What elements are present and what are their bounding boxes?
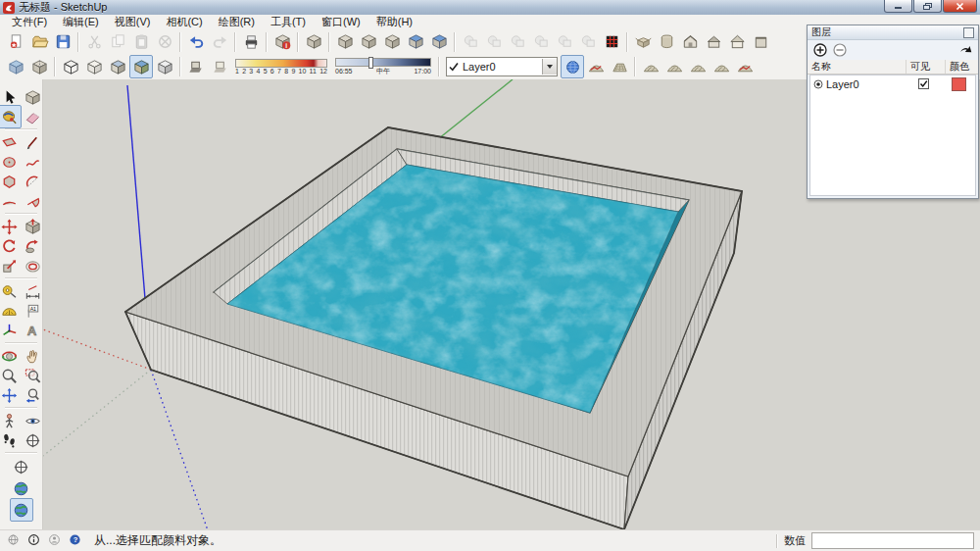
walk-button[interactable] (0, 428, 22, 452)
layer-color-swatch[interactable] (952, 77, 966, 91)
pie-button[interactable] (22, 189, 45, 213)
unlock-button[interactable] (427, 30, 451, 54)
credits-info-icon[interactable] (26, 532, 41, 550)
view-back-button[interactable] (749, 30, 772, 54)
zoom-previous-button[interactable] (22, 383, 45, 407)
menu-item-0[interactable]: 文件(F) (4, 15, 55, 29)
make-group-button[interactable] (357, 30, 380, 54)
trim-button[interactable] (553, 30, 576, 54)
model-info-button[interactable]: i (270, 30, 294, 54)
menu-item-1[interactable]: 编辑(E) (55, 15, 107, 29)
layer-select[interactable]: Layer0 (446, 57, 558, 76)
close-button[interactable] (943, 0, 977, 13)
date-gradient-bar[interactable] (235, 59, 327, 68)
time-gradient-bar[interactable] (335, 58, 431, 67)
save-button[interactable] (51, 30, 74, 54)
minimize-button[interactable] (884, 0, 912, 13)
shaded-button[interactable] (106, 55, 129, 78)
layer-row[interactable]: Layer0 (810, 75, 975, 92)
xray-button[interactable] (4, 55, 27, 78)
sign-in-user-icon[interactable] (47, 532, 62, 550)
photo-match-globe-button[interactable] (10, 498, 33, 522)
print-button[interactable] (239, 30, 263, 54)
view-top-button[interactable] (702, 30, 725, 54)
paste-button[interactable] (129, 30, 153, 54)
paint-bucket-button[interactable] (0, 105, 22, 128)
union-button[interactable] (506, 30, 529, 54)
smoove-button[interactable] (639, 55, 662, 78)
shadow-toggle-button[interactable] (208, 55, 231, 78)
open-button[interactable] (27, 30, 51, 54)
wireframe-button[interactable] (59, 55, 82, 78)
offset-button[interactable] (22, 254, 45, 277)
menu-item-3[interactable]: 相机(C) (158, 15, 210, 29)
view-front-button[interactable] (725, 30, 749, 54)
menu-item-7[interactable]: 帮助(H) (368, 15, 420, 29)
axes-button[interactable] (0, 319, 22, 342)
monochrome-button[interactable] (153, 55, 176, 78)
sandbox-from-scratch-button[interactable] (608, 55, 631, 78)
erase-button[interactable] (153, 30, 176, 54)
help-icon[interactable]: ? (68, 532, 82, 550)
navigation-wheel-button[interactable] (10, 455, 33, 478)
camera-turn-button[interactable] (22, 428, 45, 452)
zoom-extents-button[interactable] (0, 383, 22, 407)
replace-texture-button[interactable] (600, 30, 623, 54)
layer-manager-button[interactable] (561, 55, 584, 78)
layer-select-dropdown-button[interactable] (542, 59, 557, 75)
stamp-button[interactable] (662, 55, 686, 78)
restore-button[interactable] (913, 0, 942, 13)
status-hint: 从...选择匹配颜料对象。 (94, 532, 221, 549)
subtract-button[interactable] (529, 30, 553, 54)
make-component-button[interactable] (333, 30, 357, 54)
3d-text-button[interactable]: A (22, 319, 45, 342)
menu-item-6[interactable]: 窗口(W) (314, 15, 368, 29)
add-layer-button[interactable] (813, 43, 827, 57)
add-detail-button[interactable] (710, 55, 733, 78)
current-layer-radio[interactable] (813, 79, 823, 89)
details-menu-button[interactable] (958, 43, 972, 57)
toolbar-separator (626, 32, 628, 52)
remove-layer-button[interactable] (833, 43, 847, 57)
measurement-input[interactable] (811, 532, 974, 549)
time-slider-handle[interactable] (368, 57, 373, 69)
view-iso-button[interactable] (678, 30, 702, 54)
new-button[interactable] (4, 30, 27, 54)
copy-button[interactable] (106, 30, 129, 54)
explode-button[interactable] (380, 30, 404, 54)
cut-button[interactable] (82, 30, 106, 54)
left-toolbar-row (0, 217, 42, 236)
sandbox-from-contours-button[interactable] (584, 55, 608, 78)
panel-rollup-button[interactable] (963, 27, 974, 38)
view-back-icon (752, 32, 770, 51)
drape-button[interactable] (686, 55, 710, 78)
split-button[interactable] (576, 30, 600, 54)
outer-shell-button[interactable] (459, 30, 482, 54)
flip-edge-button[interactable] (733, 55, 757, 78)
geo-status-icon[interactable] (6, 532, 21, 550)
monochrome-icon (156, 58, 174, 76)
redo-button[interactable] (208, 30, 231, 54)
menu-item-4[interactable]: 绘图(R) (211, 15, 263, 29)
shaded-textures-button[interactable] (129, 55, 153, 78)
shadow-dialog-button[interactable] (184, 55, 208, 78)
layers-panel-header[interactable]: 图层 (808, 25, 978, 40)
two-point-arc-button[interactable] (0, 189, 22, 213)
menu-item-5[interactable]: 工具(T) (263, 15, 314, 29)
visible-checkbox[interactable] (918, 78, 929, 89)
shadow-date-slider[interactable]: 123456789101112 (235, 59, 327, 75)
back-edges-button[interactable] (27, 55, 51, 78)
intersect-button[interactable] (482, 30, 506, 54)
undo-button[interactable] (184, 30, 208, 54)
get-models-button[interactable] (631, 30, 655, 54)
scale-button[interactable] (0, 254, 22, 277)
shadow-time-slider[interactable]: 06:55 中午 17:00 (335, 58, 431, 75)
eraser-button[interactable] (22, 105, 45, 128)
lock-button[interactable] (404, 30, 427, 54)
3d-text-icon: A (24, 322, 42, 340)
geolocation-globe-button[interactable] (10, 476, 33, 500)
share-model-button[interactable] (655, 30, 678, 54)
entity-info-button[interactable] (302, 30, 325, 54)
hidden-line-button[interactable] (82, 55, 106, 78)
menu-item-2[interactable]: 视图(V) (107, 15, 159, 29)
